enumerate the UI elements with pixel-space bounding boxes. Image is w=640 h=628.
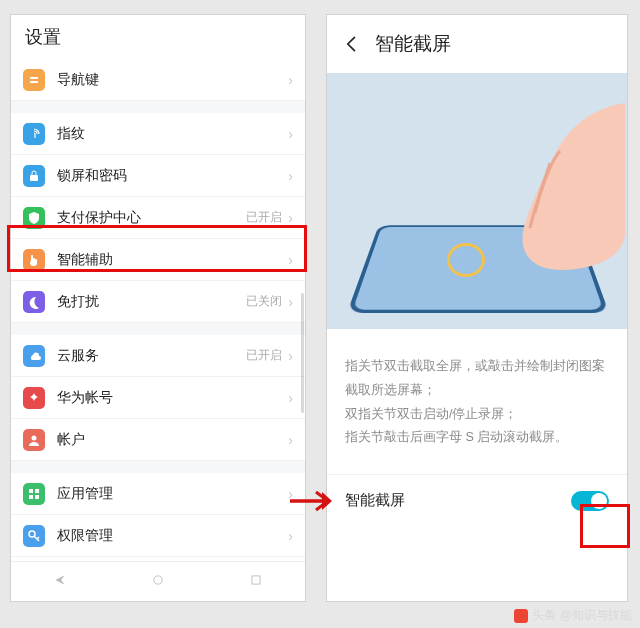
- row-label: 帐户: [57, 431, 288, 449]
- row-label: 导航键: [57, 71, 288, 89]
- chevron-right-icon: ›: [288, 72, 293, 88]
- illustration: [327, 73, 627, 329]
- smart-screenshot-screen: 智能截屏 指关节双击截取全屏，或敲击并绘制封闭图案截取所选屏幕； 双指关节双击启…: [326, 14, 628, 602]
- nav-back-icon[interactable]: [53, 573, 67, 591]
- fingerprint-icon: [23, 123, 45, 145]
- android-navbar: [11, 561, 305, 601]
- row-label: 权限管理: [57, 527, 288, 545]
- nav-home-icon[interactable]: [151, 573, 165, 591]
- chevron-right-icon: ›: [288, 294, 293, 310]
- row-status: 已开启: [246, 347, 282, 364]
- attribution-text: 头条 @知识与技能: [532, 607, 632, 624]
- chevron-right-icon: ›: [288, 252, 293, 268]
- title-text: 设置: [25, 25, 61, 49]
- row-status: 已开启: [246, 209, 282, 226]
- row-label: 云服务: [57, 347, 246, 365]
- chevron-right-icon: ›: [288, 348, 293, 364]
- back-icon[interactable]: [341, 33, 363, 55]
- row-label: 指纹: [57, 125, 288, 143]
- row-label: 支付保护中心: [57, 209, 246, 227]
- section-divider: [11, 101, 305, 113]
- settings-row-key[interactable]: 权限管理›: [11, 515, 305, 557]
- row-label: 智能辅助: [57, 251, 288, 269]
- settings-row-nav[interactable]: 导航键›: [11, 59, 305, 101]
- settings-list: 导航键›指纹›锁屏和密码›支付保护中心已开启›智能辅助›免打扰已关闭›云服务已开…: [11, 59, 305, 557]
- hand-icon: [23, 249, 45, 271]
- settings-row-fingerprint[interactable]: 指纹›: [11, 113, 305, 155]
- section-divider: [11, 323, 305, 335]
- detail-header: 智能截屏: [327, 15, 627, 73]
- svg-point-3: [32, 435, 37, 440]
- huawei-icon: [23, 387, 45, 409]
- chevron-right-icon: ›: [288, 126, 293, 142]
- chevron-right-icon: ›: [288, 390, 293, 406]
- settings-row-moon[interactable]: 免打扰已关闭›: [11, 281, 305, 323]
- page-title: 设置: [11, 15, 305, 59]
- settings-row-cloud[interactable]: 云服务已开启›: [11, 335, 305, 377]
- toutiao-logo-icon: [514, 609, 528, 623]
- description-block: 指关节双击截取全屏，或敲击并绘制封闭图案截取所选屏幕； 双指关节双击启动/停止录…: [327, 329, 627, 462]
- desc-line-3: 指关节敲击后画字母 S 启动滚动截屏。: [345, 426, 609, 450]
- settings-row-apps[interactable]: 应用管理›: [11, 473, 305, 515]
- moon-icon: [23, 291, 45, 313]
- settings-screen: 设置 导航键›指纹›锁屏和密码›支付保护中心已开启›智能辅助›免打扰已关闭›云服…: [10, 14, 306, 602]
- shield-icon: [23, 207, 45, 229]
- svg-rect-0: [30, 77, 38, 79]
- key-icon: [23, 525, 45, 547]
- svg-rect-7: [35, 495, 39, 499]
- row-label: 华为帐号: [57, 389, 288, 407]
- lock-icon: [23, 165, 45, 187]
- account-icon: [23, 429, 45, 451]
- smart-screenshot-switch[interactable]: [571, 491, 609, 511]
- row-status: 已关闭: [246, 293, 282, 310]
- chevron-right-icon: ›: [288, 168, 293, 184]
- attribution: 头条 @知识与技能: [514, 607, 632, 624]
- svg-rect-10: [252, 575, 260, 583]
- cloud-icon: [23, 345, 45, 367]
- nav-icon: [23, 69, 45, 91]
- illus-hand-icon: [475, 103, 625, 273]
- desc-line-1: 指关节双击截取全屏，或敲击并绘制封闭图案截取所选屏幕；: [345, 355, 609, 403]
- settings-row-huawei[interactable]: 华为帐号›: [11, 377, 305, 419]
- svg-point-9: [154, 575, 162, 583]
- svg-rect-4: [29, 489, 33, 493]
- settings-row-lock[interactable]: 锁屏和密码›: [11, 155, 305, 197]
- svg-rect-2: [30, 175, 38, 181]
- detail-title: 智能截屏: [375, 31, 451, 57]
- svg-rect-6: [29, 495, 33, 499]
- connector-arrow-icon: [288, 488, 334, 514]
- row-label: 锁屏和密码: [57, 167, 288, 185]
- chevron-right-icon: ›: [288, 432, 293, 448]
- chevron-right-icon: ›: [288, 210, 293, 226]
- svg-rect-1: [30, 81, 38, 83]
- desc-line-2: 双指关节双击启动/停止录屏；: [345, 403, 609, 427]
- svg-rect-5: [35, 489, 39, 493]
- toggle-label: 智能截屏: [345, 491, 405, 510]
- chevron-right-icon: ›: [288, 528, 293, 544]
- nav-recent-icon[interactable]: [249, 573, 263, 591]
- settings-row-account[interactable]: 帐户›: [11, 419, 305, 461]
- settings-row-shield[interactable]: 支付保护中心已开启›: [11, 197, 305, 239]
- scrollbar[interactable]: [301, 293, 304, 413]
- toggle-row: 智能截屏: [327, 474, 627, 526]
- row-label: 应用管理: [57, 485, 288, 503]
- apps-icon: [23, 483, 45, 505]
- row-label: 免打扰: [57, 293, 246, 311]
- settings-row-hand[interactable]: 智能辅助›: [11, 239, 305, 281]
- section-divider: [11, 461, 305, 473]
